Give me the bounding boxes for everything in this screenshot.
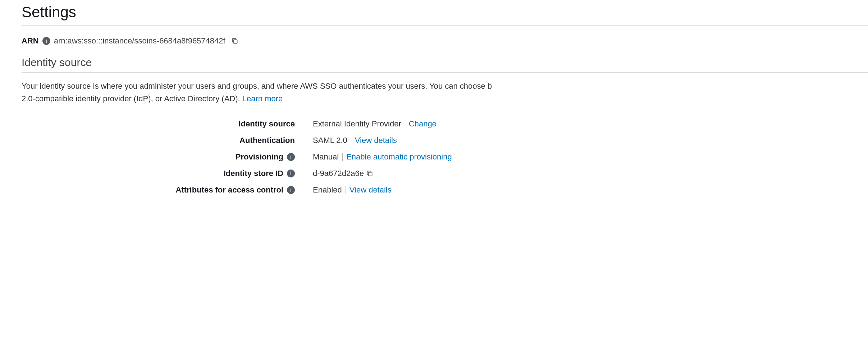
value-provisioning: Manual [313, 152, 339, 162]
description-text-2: 2.0-compatible identity provider (IdP), … [22, 94, 242, 103]
separator [351, 136, 351, 144]
label-authentication: Authentication [239, 136, 295, 145]
view-details-link[interactable]: View details [350, 185, 392, 195]
arn-label: ARN [22, 36, 39, 46]
description-text-1: Your identity source is where you admini… [22, 82, 492, 91]
copy-icon[interactable] [231, 37, 238, 45]
svg-rect-1 [369, 172, 372, 176]
label-identity-source: Identity source [239, 119, 295, 129]
row-provisioning: Provisioning i Manual Enable automatic p… [22, 149, 868, 165]
page-title: Settings [22, 4, 868, 21]
arn-value: arn:aws:sso:::instance/ssoins-6684a8f965… [54, 36, 225, 46]
row-identity-store-id: Identity store ID i d-9a672d2a6e [22, 165, 868, 182]
row-authentication: Authentication SAML 2.0 View details [22, 132, 868, 149]
separator [342, 153, 343, 161]
value-attributes: Enabled [313, 185, 342, 195]
value-identity-store-id: d-9a672d2a6e [313, 169, 364, 178]
row-identity-source: Identity source External Identity Provid… [22, 116, 868, 132]
learn-more-link[interactable]: Learn more [242, 94, 283, 103]
info-icon[interactable]: i [287, 186, 295, 194]
identity-source-table: Identity source External Identity Provid… [22, 116, 868, 198]
label-provisioning: Provisioning [236, 152, 283, 162]
divider [22, 25, 868, 26]
copy-icon[interactable] [366, 170, 373, 177]
svg-rect-0 [233, 40, 237, 43]
info-icon[interactable]: i [287, 170, 295, 177]
separator [346, 186, 346, 194]
info-icon[interactable]: i [42, 37, 50, 45]
change-link[interactable]: Change [409, 119, 437, 129]
identity-source-heading: Identity source [22, 56, 868, 69]
view-details-link[interactable]: View details [355, 136, 397, 145]
divider [22, 72, 868, 73]
info-icon[interactable]: i [287, 153, 295, 161]
value-identity-source: External Identity Provider [313, 119, 401, 129]
separator [405, 120, 405, 128]
arn-row: ARN i arn:aws:sso:::instance/ssoins-6684… [22, 36, 868, 46]
row-attributes: Attributes for access control i Enabled … [22, 182, 868, 198]
enable-provisioning-link[interactable]: Enable automatic provisioning [346, 152, 452, 162]
label-attributes: Attributes for access control [175, 185, 283, 195]
identity-source-description: Your identity source is where you admini… [22, 80, 868, 105]
label-identity-store-id: Identity store ID [224, 169, 283, 178]
value-authentication: SAML 2.0 [313, 136, 347, 145]
